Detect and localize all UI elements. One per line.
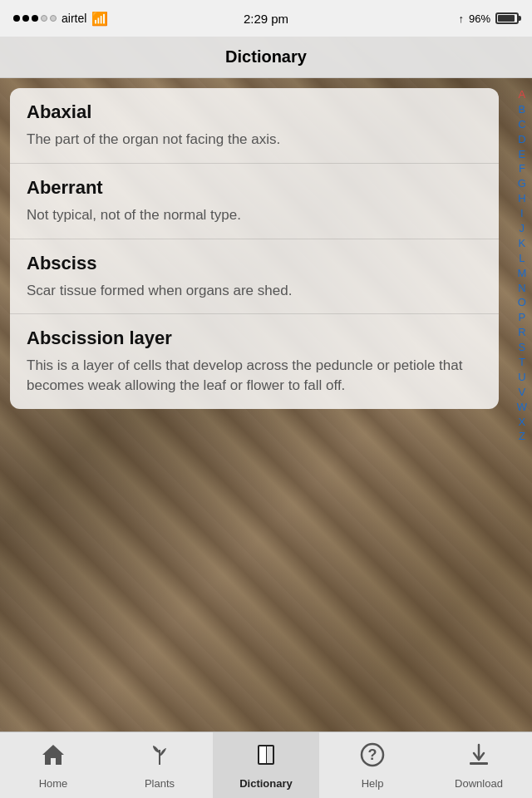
alpha-F[interactable]: F (517, 162, 527, 176)
signal-dot-3 (32, 15, 38, 22)
dict-term-3: Abscission layer (27, 328, 482, 349)
book-icon (253, 741, 279, 774)
alpha-V[interactable]: V (517, 386, 527, 400)
main-content: Abaxial The part of the organ not facing… (0, 78, 532, 732)
tab-bar: Home Plants Dictionary ? (0, 732, 532, 798)
dict-entry-3: Abscission layer This is a layer of cell… (10, 314, 499, 409)
tab-help-label: Help (362, 777, 384, 790)
dict-term-2: Absciss (27, 253, 482, 274)
signal-dot-2 (22, 15, 29, 22)
alpha-D[interactable]: D (517, 133, 527, 147)
status-bar: airtel 📶 2:29 pm ↑ 96% (0, 0, 532, 37)
dict-entry-0: Abaxial The part of the organ not facing… (10, 88, 499, 164)
alpha-W[interactable]: W (517, 401, 527, 415)
alpha-S[interactable]: S (517, 341, 527, 355)
signal-dot-1 (13, 15, 20, 22)
plant-icon (146, 741, 173, 774)
alpha-O[interactable]: O (517, 296, 527, 310)
alpha-L[interactable]: L (517, 252, 527, 266)
alpha-I[interactable]: I (517, 207, 527, 221)
nav-header: Dictionary (0, 37, 532, 78)
help-icon: ? (359, 741, 386, 774)
tab-download[interactable]: Download (426, 732, 532, 798)
tab-download-label: Download (455, 777, 503, 790)
alpha-X[interactable]: X (517, 416, 527, 430)
dict-definition-2: Scar tissue formed when organs are shed. (27, 281, 482, 301)
dict-definition-3: This is a layer of cells that develop ac… (27, 356, 482, 396)
alpha-A[interactable]: A (517, 88, 527, 102)
svg-text:?: ? (368, 746, 377, 763)
status-right: ↑ 96% (458, 12, 519, 25)
alphabet-sidebar[interactable]: ABCDEFGHIJKLMNOPRSTUVWXZ (517, 88, 527, 444)
location-icon: ↑ (458, 12, 464, 25)
alpha-E[interactable]: E (517, 148, 527, 162)
status-time: 2:29 pm (244, 12, 288, 26)
alpha-N[interactable]: N (517, 282, 527, 296)
alpha-Z[interactable]: Z (517, 430, 527, 444)
tab-dictionary[interactable]: Dictionary (213, 732, 319, 798)
alpha-R[interactable]: R (517, 326, 527, 340)
signal-strength (13, 15, 57, 22)
tab-plants[interactable]: Plants (106, 732, 213, 798)
dict-entry-2: Absciss Scar tissue formed when organs a… (10, 239, 499, 315)
dict-entry-1: Aberrant Not typical, not of the normal … (10, 164, 499, 239)
tab-help[interactable]: ? Help (319, 732, 426, 798)
download-icon (466, 741, 492, 774)
dict-term-0: Abaxial (27, 101, 482, 123)
alpha-G[interactable]: G (517, 177, 527, 191)
alpha-U[interactable]: U (517, 371, 527, 385)
battery-icon (495, 12, 519, 24)
alpha-P[interactable]: P (517, 311, 527, 325)
dictionary-card: Abaxial The part of the organ not facing… (10, 88, 499, 409)
wifi-icon: 📶 (91, 11, 108, 27)
svg-rect-6 (470, 762, 488, 765)
carrier-label: airtel (62, 12, 86, 25)
svg-rect-2 (259, 746, 266, 763)
home-icon (40, 741, 66, 774)
signal-dot-4 (41, 15, 47, 22)
status-left: airtel 📶 (13, 11, 108, 27)
battery-percent: 96% (469, 12, 490, 25)
alpha-K[interactable]: K (517, 237, 527, 251)
alpha-J[interactable]: J (517, 222, 527, 236)
alpha-M[interactable]: M (517, 267, 527, 281)
signal-dot-5 (50, 15, 57, 22)
alpha-C[interactable]: C (517, 118, 527, 132)
alpha-H[interactable]: H (517, 192, 527, 206)
tab-dictionary-label: Dictionary (239, 777, 293, 790)
alpha-B[interactable]: B (517, 103, 527, 117)
dict-term-1: Aberrant (27, 177, 482, 199)
tab-home-label: Home (39, 777, 68, 790)
battery-fill (498, 15, 515, 22)
tab-home[interactable]: Home (0, 732, 106, 798)
tab-plants-label: Plants (145, 777, 175, 790)
svg-rect-3 (267, 746, 273, 763)
page-title: Dictionary (225, 47, 307, 66)
dict-definition-0: The part of the organ not facing the axi… (27, 130, 482, 150)
dict-definition-1: Not typical, not of the normal type. (27, 205, 482, 225)
alpha-T[interactable]: T (517, 356, 527, 370)
